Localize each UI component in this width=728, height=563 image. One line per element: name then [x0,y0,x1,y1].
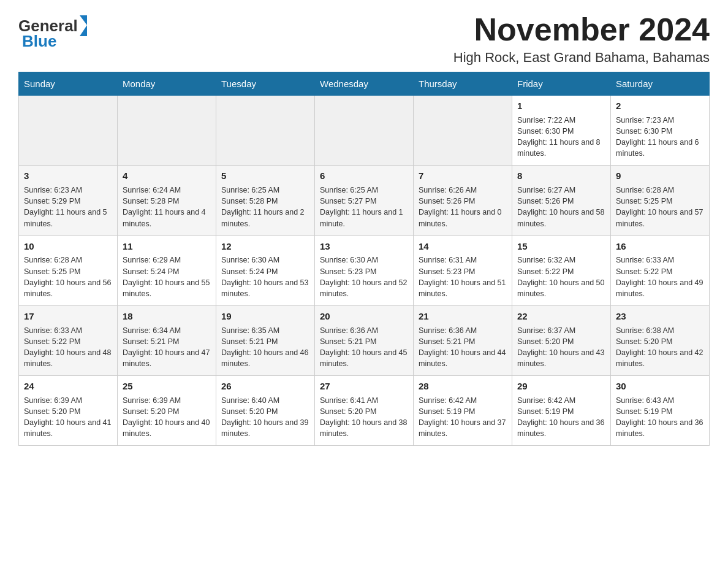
day-info: Sunrise: 7:23 AM Sunset: 6:30 PM Dayligh… [616,115,704,159]
day-number: 8 [517,169,605,183]
day-cell: 6Sunrise: 6:25 AM Sunset: 5:27 PM Daylig… [315,166,414,236]
week-row: 17Sunrise: 6:33 AM Sunset: 5:22 PM Dayli… [19,305,710,375]
day-info: Sunrise: 6:24 AM Sunset: 5:28 PM Dayligh… [123,185,211,229]
day-cell: 30Sunrise: 6:43 AM Sunset: 5:19 PM Dayli… [611,376,710,446]
day-info: Sunrise: 6:30 AM Sunset: 5:24 PM Dayligh… [221,255,309,299]
day-info: Sunrise: 6:40 AM Sunset: 5:20 PM Dayligh… [221,395,309,440]
day-cell [19,96,118,166]
day-info: Sunrise: 6:31 AM Sunset: 5:23 PM Dayligh… [419,255,507,299]
day-info: Sunrise: 6:37 AM Sunset: 5:20 PM Dayligh… [517,325,605,370]
day-number: 3 [24,169,112,183]
day-number: 18 [123,310,211,323]
day-cell: 23Sunrise: 6:38 AM Sunset: 5:20 PM Dayli… [611,305,710,375]
day-cell [414,96,512,166]
day-number: 22 [517,310,605,323]
day-cell: 25Sunrise: 6:39 AM Sunset: 5:20 PM Dayli… [118,376,216,446]
calendar-table: SundayMondayTuesdayWednesdayThursdayFrid… [18,72,710,446]
day-cell: 1Sunrise: 7:22 AM Sunset: 6:30 PM Daylig… [512,96,611,166]
calendar-header: SundayMondayTuesdayWednesdayThursdayFrid… [19,72,710,96]
day-info: Sunrise: 6:25 AM Sunset: 5:28 PM Dayligh… [221,185,309,229]
day-number: 28 [419,380,507,393]
day-number: 21 [419,310,507,323]
day-number: 9 [616,169,704,183]
weekday-header-monday: Monday [118,72,216,96]
day-cell [118,96,216,166]
day-number: 17 [24,310,112,323]
day-number: 26 [221,380,309,393]
title-area: November 2024 High Rock, East Grand Baha… [453,12,710,66]
weekday-row: SundayMondayTuesdayWednesdayThursdayFrid… [19,72,710,96]
day-number: 10 [24,240,112,253]
month-title: November 2024 [453,12,710,47]
day-info: Sunrise: 6:33 AM Sunset: 5:22 PM Dayligh… [24,325,112,370]
day-info: Sunrise: 6:35 AM Sunset: 5:21 PM Dayligh… [221,325,309,370]
day-info: Sunrise: 6:29 AM Sunset: 5:24 PM Dayligh… [123,255,211,299]
day-number: 15 [517,240,605,253]
day-info: Sunrise: 6:42 AM Sunset: 5:19 PM Dayligh… [419,395,507,440]
logo-triangle-icon [80,15,87,36]
day-cell: 14Sunrise: 6:31 AM Sunset: 5:23 PM Dayli… [414,236,512,305]
day-info: Sunrise: 6:27 AM Sunset: 5:26 PM Dayligh… [517,185,605,229]
week-row: 1Sunrise: 7:22 AM Sunset: 6:30 PM Daylig… [19,96,710,166]
day-cell: 29Sunrise: 6:42 AM Sunset: 5:19 PM Dayli… [512,376,611,446]
day-cell: 7Sunrise: 6:26 AM Sunset: 5:26 PM Daylig… [414,166,512,236]
day-info: Sunrise: 6:25 AM Sunset: 5:27 PM Dayligh… [320,185,408,229]
day-cell: 21Sunrise: 6:36 AM Sunset: 5:21 PM Dayli… [414,305,512,375]
day-info: Sunrise: 6:39 AM Sunset: 5:20 PM Dayligh… [24,395,112,440]
day-cell: 24Sunrise: 6:39 AM Sunset: 5:20 PM Dayli… [19,376,118,446]
week-row: 10Sunrise: 6:28 AM Sunset: 5:25 PM Dayli… [19,236,710,305]
day-number: 1 [517,99,605,113]
day-info: Sunrise: 6:28 AM Sunset: 5:25 PM Dayligh… [616,185,704,229]
day-number: 5 [221,169,309,183]
page-header: General Blue November 2024 High Rock, Ea… [18,12,710,66]
day-cell: 12Sunrise: 6:30 AM Sunset: 5:24 PM Dayli… [216,236,315,305]
day-info: Sunrise: 6:39 AM Sunset: 5:20 PM Dayligh… [123,395,211,440]
day-info: Sunrise: 6:28 AM Sunset: 5:25 PM Dayligh… [24,255,112,299]
weekday-header-saturday: Saturday [611,72,710,96]
logo: General Blue [18,15,88,50]
day-cell: 16Sunrise: 6:33 AM Sunset: 5:22 PM Dayli… [611,236,710,305]
day-number: 23 [616,310,704,323]
day-info: Sunrise: 6:34 AM Sunset: 5:21 PM Dayligh… [123,325,211,370]
day-cell [315,96,414,166]
day-cell: 17Sunrise: 6:33 AM Sunset: 5:22 PM Dayli… [19,305,118,375]
day-number: 4 [123,169,211,183]
day-info: Sunrise: 6:26 AM Sunset: 5:26 PM Dayligh… [419,185,507,229]
day-number: 14 [419,240,507,253]
day-number: 7 [419,169,507,183]
day-cell: 20Sunrise: 6:36 AM Sunset: 5:21 PM Dayli… [315,305,414,375]
day-info: Sunrise: 6:41 AM Sunset: 5:20 PM Dayligh… [320,395,408,440]
day-info: Sunrise: 6:36 AM Sunset: 5:21 PM Dayligh… [419,325,507,370]
day-info: Sunrise: 7:22 AM Sunset: 6:30 PM Dayligh… [517,115,605,159]
day-cell: 4Sunrise: 6:24 AM Sunset: 5:28 PM Daylig… [118,166,216,236]
day-info: Sunrise: 6:38 AM Sunset: 5:20 PM Dayligh… [616,325,704,370]
day-number: 16 [616,240,704,253]
day-info: Sunrise: 6:33 AM Sunset: 5:22 PM Dayligh… [616,255,704,299]
day-number: 25 [123,380,211,393]
day-cell: 11Sunrise: 6:29 AM Sunset: 5:24 PM Dayli… [118,236,216,305]
day-cell: 8Sunrise: 6:27 AM Sunset: 5:26 PM Daylig… [512,166,611,236]
day-number: 24 [24,380,112,393]
weekday-header-sunday: Sunday [19,72,118,96]
day-number: 12 [221,240,309,253]
calendar-body: 1Sunrise: 7:22 AM Sunset: 6:30 PM Daylig… [19,96,710,446]
logo-blue-text: Blue [22,33,56,50]
day-cell: 28Sunrise: 6:42 AM Sunset: 5:19 PM Dayli… [414,376,512,446]
weekday-header-wednesday: Wednesday [315,72,414,96]
location-title: High Rock, East Grand Bahama, Bahamas [453,50,710,66]
day-info: Sunrise: 6:32 AM Sunset: 5:22 PM Dayligh… [517,255,605,299]
day-cell: 5Sunrise: 6:25 AM Sunset: 5:28 PM Daylig… [216,166,315,236]
day-cell: 13Sunrise: 6:30 AM Sunset: 5:23 PM Dayli… [315,236,414,305]
day-cell: 3Sunrise: 6:23 AM Sunset: 5:29 PM Daylig… [19,166,118,236]
weekday-header-tuesday: Tuesday [216,72,315,96]
day-cell: 19Sunrise: 6:35 AM Sunset: 5:21 PM Dayli… [216,305,315,375]
day-number: 19 [221,310,309,323]
day-number: 27 [320,380,408,393]
day-number: 29 [517,380,605,393]
day-number: 30 [616,380,704,393]
day-number: 11 [123,240,211,253]
day-number: 13 [320,240,408,253]
day-cell: 15Sunrise: 6:32 AM Sunset: 5:22 PM Dayli… [512,236,611,305]
day-info: Sunrise: 6:42 AM Sunset: 5:19 PM Dayligh… [517,395,605,440]
day-info: Sunrise: 6:36 AM Sunset: 5:21 PM Dayligh… [320,325,408,370]
